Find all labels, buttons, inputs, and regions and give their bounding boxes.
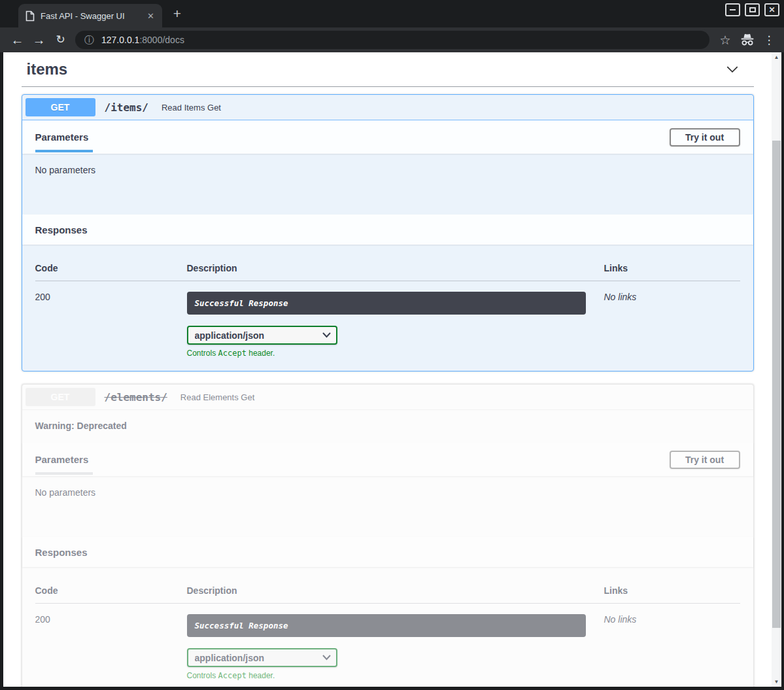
response-description-box: Successful Response bbox=[187, 614, 586, 637]
window-controls: ✕ bbox=[725, 3, 779, 16]
minimize-icon bbox=[730, 9, 736, 10]
response-row-200: 200 Successful Response application/json… bbox=[35, 281, 740, 358]
endpoint-description: Read Items Get bbox=[162, 103, 221, 112]
scrollbar-up-icon[interactable]: ▲ bbox=[772, 52, 781, 62]
tab-title: Fast API - Swagger UI bbox=[41, 11, 145, 21]
address-bar[interactable]: ⓘ 127.0.0.1:8000/docs bbox=[75, 31, 709, 49]
url-host: 127.0.0.1 bbox=[101, 35, 139, 45]
scrollbar-down-icon[interactable]: ▼ bbox=[772, 677, 781, 687]
endpoint-summary[interactable]: GET /items/ Read Items Get bbox=[22, 95, 753, 120]
accept-header-note: Controls Accept header. bbox=[187, 671, 586, 680]
parameters-body: No parameters bbox=[22, 476, 753, 537]
browser-tab[interactable]: Fast API - Swagger UI ✕ bbox=[18, 4, 162, 27]
browser-toolbar: ← → ↻ ⓘ 127.0.0.1:8000/docs ☆ ⋮ bbox=[0, 27, 784, 52]
code-column-header: Code bbox=[35, 585, 187, 596]
forward-icon[interactable]: → bbox=[28, 27, 50, 52]
response-code: 200 bbox=[35, 292, 187, 358]
media-type-select-wrap: application/json bbox=[187, 326, 337, 345]
maximize-icon bbox=[749, 7, 756, 12]
endpoint-summary[interactable]: GET /elements/ Read Elements Get bbox=[22, 385, 753, 410]
method-badge: GET bbox=[26, 388, 95, 406]
response-row-200: 200 Successful Response application/json… bbox=[35, 604, 740, 680]
responses-table-header: Code Description Links bbox=[35, 580, 740, 604]
responses-title: Responses bbox=[35, 224, 88, 235]
responses-body: Code Description Links 200 Successful Re… bbox=[22, 245, 753, 371]
no-parameters-text: No parameters bbox=[35, 165, 96, 175]
endpoint-get-elements-deprecated: GET /elements/ Read Elements Get Warning… bbox=[22, 384, 754, 687]
page-scrollbar[interactable]: ▲ ▼ bbox=[772, 52, 781, 687]
response-links: No links bbox=[604, 292, 740, 358]
endpoint-path: /items/ bbox=[105, 101, 148, 114]
try-it-out-button[interactable]: Try it out bbox=[670, 451, 740, 469]
response-links: No links bbox=[604, 614, 740, 680]
close-icon: ✕ bbox=[768, 6, 775, 14]
media-type-select-wrap: application/json bbox=[187, 648, 337, 667]
page-viewport: items GET /items/ Read Items Get Paramet… bbox=[3, 52, 772, 687]
media-type-select[interactable]: application/json bbox=[187, 648, 337, 667]
responses-header: Responses bbox=[22, 537, 753, 567]
url-path: :8000/docs bbox=[139, 35, 184, 45]
accept-header-note: Controls Accept header. bbox=[187, 349, 586, 358]
endpoint-get-items: GET /items/ Read Items Get Parameters Tr… bbox=[22, 94, 754, 371]
back-icon[interactable]: ← bbox=[7, 27, 28, 52]
responses-table-header: Code Description Links bbox=[35, 258, 740, 281]
description-column-header: Description bbox=[187, 585, 604, 596]
code-column-header: Code bbox=[35, 263, 187, 273]
tag-section-header[interactable]: items bbox=[22, 58, 754, 87]
parameters-header: Parameters Try it out bbox=[22, 443, 753, 476]
deprecated-warning: Warning: Deprecated bbox=[22, 410, 753, 443]
responses-header: Responses bbox=[22, 215, 753, 245]
incognito-icon bbox=[740, 33, 755, 46]
swagger-content: items GET /items/ Read Items Get Paramet… bbox=[22, 52, 754, 687]
no-parameters-text: No parameters bbox=[35, 487, 96, 498]
parameters-body: No parameters bbox=[22, 154, 753, 215]
method-badge: GET bbox=[26, 98, 95, 116]
site-info-icon[interactable]: ⓘ bbox=[84, 34, 94, 46]
close-button[interactable]: ✕ bbox=[764, 3, 779, 16]
media-type-select[interactable]: application/json bbox=[187, 326, 337, 345]
response-description-box: Successful Response bbox=[187, 292, 586, 315]
endpoint-path: /elements/ bbox=[105, 391, 167, 404]
endpoint-description: Read Elements Get bbox=[180, 392, 254, 402]
description-column-header: Description bbox=[187, 263, 604, 273]
tab-parameters[interactable]: Parameters bbox=[35, 122, 89, 152]
tab-close-icon[interactable]: ✕ bbox=[145, 11, 157, 21]
tab-parameters[interactable]: Parameters bbox=[35, 444, 89, 475]
scrollbar-thumb[interactable] bbox=[772, 141, 781, 628]
responses-title: Responses bbox=[35, 547, 88, 558]
response-code: 200 bbox=[35, 614, 187, 680]
reload-icon[interactable]: ↻ bbox=[50, 27, 71, 52]
page-favicon-icon bbox=[26, 10, 35, 22]
parameters-header: Parameters Try it out bbox=[22, 120, 753, 154]
minimize-button[interactable] bbox=[725, 3, 740, 16]
browser-menu-icon[interactable]: ⋮ bbox=[760, 33, 777, 47]
bookmark-star-icon[interactable]: ☆ bbox=[716, 33, 734, 48]
chevron-down-icon[interactable] bbox=[725, 62, 740, 77]
tab-strip: Fast API - Swagger UI ✕ + ✕ bbox=[0, 0, 784, 27]
links-column-header: Links bbox=[604, 585, 740, 596]
responses-body: Code Description Links 200 Successful Re… bbox=[22, 567, 753, 687]
links-column-header: Links bbox=[604, 263, 740, 273]
maximize-button[interactable] bbox=[745, 3, 760, 16]
new-tab-button[interactable]: + bbox=[167, 5, 187, 23]
tag-title: items bbox=[27, 60, 68, 78]
try-it-out-button[interactable]: Try it out bbox=[670, 128, 740, 147]
